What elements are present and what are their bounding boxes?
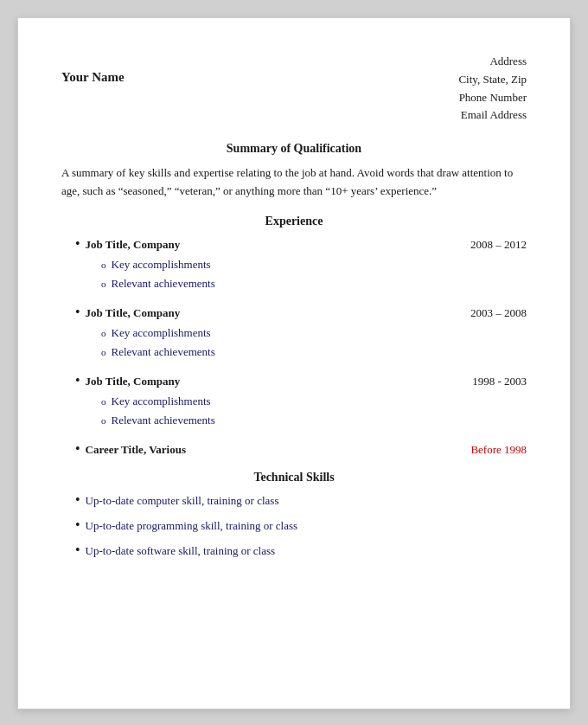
bullet-icon-1: • <box>75 237 80 251</box>
skill-text-3: Up-to-date software skill, training or c… <box>86 544 276 558</box>
job-sub-item-2-2: o Relevant achievements <box>101 343 527 362</box>
job-header-4: • Career Title, Various Before 1998 <box>61 442 527 457</box>
skill-item-2: • Up-to-date programming skill, training… <box>75 518 527 533</box>
sub-bullet-icon-1-1: o <box>101 257 106 273</box>
job-dates-2: 2003 – 2008 <box>470 306 527 320</box>
bullet-icon-2: • <box>75 305 80 319</box>
skill-text-1: Up-to-date computer skill, training or c… <box>86 494 279 508</box>
job-header-2: • Job Title, Company 2003 – 2008 <box>61 305 527 320</box>
skill-item-1: • Up-to-date computer skill, training or… <box>75 493 527 508</box>
sub-item-text-2-2: Relevant achievements <box>112 343 215 362</box>
sub-bullet-icon-3-1: o <box>101 394 106 410</box>
skills-list: • Up-to-date computer skill, training or… <box>61 493 527 558</box>
sub-item-text-3-2: Relevant achievements <box>112 411 215 430</box>
job-sublist-1: o Key accomplishments o Relevant achieve… <box>61 255 527 293</box>
job-title-4: Career Title, Various <box>86 443 186 457</box>
sub-item-text-2-1: Key accomplishments <box>112 324 211 343</box>
header-section: Your Name Address City, State, Zip Phone… <box>61 53 527 125</box>
technical-skills-section: Technical Skills • Up-to-date computer s… <box>61 471 527 558</box>
email-line: Email Address <box>458 106 527 125</box>
job-title-bullet-1: • Job Title, Company <box>75 237 180 252</box>
job-sub-item-3-2: o Relevant achievements <box>101 411 527 430</box>
job-sub-item-1-1: o Key accomplishments <box>101 255 527 274</box>
sub-bullet-icon-2-1: o <box>101 325 106 342</box>
job-sub-item-2-1: o Key accomplishments <box>101 324 527 343</box>
job-sub-item-1-2: o Relevant achievements <box>101 274 527 293</box>
sub-bullet-icon-2-2: o <box>101 344 106 361</box>
job-entry-3: • Job Title, Company 1998 - 2003 o Key a… <box>61 374 527 430</box>
bullet-icon-4: • <box>75 442 80 456</box>
summary-text: A summary of key skills and expertise re… <box>61 164 527 201</box>
city-state-zip-line: City, State, Zip <box>458 71 527 89</box>
job-entry-1: • Job Title, Company 2008 – 2012 o Key a… <box>61 237 527 293</box>
bullet-icon-3: • <box>75 374 80 388</box>
job-sublist-2: o Key accomplishments o Relevant achieve… <box>61 324 527 362</box>
job-header-3: • Job Title, Company 1998 - 2003 <box>61 374 527 388</box>
contact-info: Address City, State, Zip Phone Number Em… <box>458 53 527 125</box>
job-dates-4: Before 1998 <box>470 443 527 457</box>
skill-bullet-icon-1: • <box>75 493 80 507</box>
skill-bullet-icon-3: • <box>75 543 80 557</box>
technical-skills-title: Technical Skills <box>61 471 527 484</box>
sub-item-text-1-1: Key accomplishments <box>112 255 211 274</box>
job-header-1: • Job Title, Company 2008 – 2012 <box>61 237 527 252</box>
job-title-2: Job Title, Company <box>86 306 181 320</box>
job-entry-4: • Career Title, Various Before 1998 <box>61 442 527 457</box>
job-dates-3: 1998 - 2003 <box>472 375 527 388</box>
skill-text-2: Up-to-date programming skill, training o… <box>86 519 298 533</box>
job-dates-1: 2008 – 2012 <box>470 238 527 252</box>
job-title-3: Job Title, Company <box>86 375 181 388</box>
job-title-bullet-3: • Job Title, Company <box>75 374 180 388</box>
resume-page: Your Name Address City, State, Zip Phone… <box>17 17 571 709</box>
job-sublist-3: o Key accomplishments o Relevant achieve… <box>61 392 527 430</box>
summary-title: Summary of Qualification <box>61 142 527 156</box>
skill-item-3: • Up-to-date software skill, training or… <box>75 543 527 558</box>
job-title-bullet-4: • Career Title, Various <box>75 442 186 457</box>
job-title-1: Job Title, Company <box>86 238 181 252</box>
skill-bullet-icon-2: • <box>75 518 80 532</box>
sub-item-text-3-1: Key accomplishments <box>112 392 211 411</box>
phone-line: Phone Number <box>458 89 527 107</box>
job-entry-2: • Job Title, Company 2003 – 2008 o Key a… <box>61 305 527 362</box>
address-line: Address <box>458 53 527 71</box>
job-title-bullet-2: • Job Title, Company <box>75 305 180 320</box>
experience-section: Experience • Job Title, Company 2008 – 2… <box>61 215 527 458</box>
applicant-name: Your Name <box>61 70 125 85</box>
sub-bullet-icon-1-2: o <box>101 276 106 292</box>
experience-title: Experience <box>61 215 527 228</box>
job-sub-item-3-1: o Key accomplishments <box>101 392 527 411</box>
sub-bullet-icon-3-2: o <box>101 413 106 429</box>
sub-item-text-1-2: Relevant achievements <box>112 274 215 293</box>
